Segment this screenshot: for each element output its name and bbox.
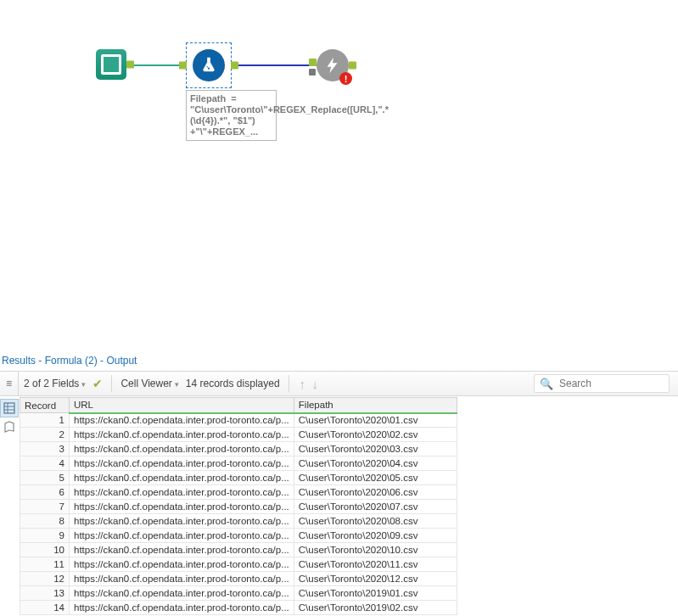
table-row[interactable]: 2https://ckan0.cf.opendata.inter.prod-to… [20, 428, 457, 442]
cell-filepath[interactable]: C\user\Toronto\2020\10.csv [294, 543, 457, 557]
error-badge-icon: ! [339, 72, 352, 85]
records-count: 14 records displayed [186, 378, 280, 389]
cell-url[interactable]: https://ckan0.cf.opendata.inter.prod-tor… [70, 601, 294, 615]
table-row[interactable]: 5https://ckan0.cf.opendata.inter.prod-to… [20, 471, 457, 485]
column-header-filepath[interactable]: Filepath [294, 398, 457, 413]
connector [233, 64, 317, 66]
column-header-url[interactable]: URL [70, 398, 294, 413]
shape-icon [3, 421, 15, 433]
cell-filepath[interactable]: C\user\Toronto\2020\05.csv [294, 471, 457, 485]
search-input[interactable]: 🔍 [534, 374, 670, 393]
output-anchor[interactable] [349, 62, 356, 70]
search-field[interactable] [558, 377, 659, 390]
cell-filepath[interactable]: C\user\Toronto\2020\06.csv [294, 485, 457, 500]
table-row[interactable]: 7https://ckan0.cf.opendata.inter.prod-to… [20, 500, 457, 514]
cell-url[interactable]: https://ckan0.cf.opendata.inter.prod-tor… [70, 586, 294, 601]
row-number: 5 [20, 471, 70, 485]
fields-dropdown[interactable]: 2 of 2 Fields▾ [24, 378, 86, 389]
cell-url[interactable]: https://ckan0.cf.opendata.inter.prod-tor… [70, 428, 294, 442]
arrow-up-icon[interactable]: ↑ [298, 377, 308, 391]
output-anchor[interactable] [231, 62, 238, 70]
row-number: 3 [20, 442, 70, 456]
cell-filepath[interactable]: C\user\Toronto\2020\12.csv [294, 572, 457, 586]
cell-url[interactable]: https://ckan0.cf.opendata.inter.prod-tor… [70, 572, 294, 586]
checkmark-icon[interactable]: ✔ [92, 377, 103, 390]
row-number: 7 [20, 500, 70, 514]
table-row[interactable]: 11https://ckan0.cf.opendata.inter.prod-t… [20, 557, 457, 572]
map-view-tab[interactable] [0, 417, 19, 436]
search-icon: 🔍 [540, 378, 553, 390]
formula-annotation: Filepath = "C\user\Toronto\"+REGEX_Repla… [186, 90, 277, 141]
table-row[interactable]: 4https://ckan0.cf.opendata.inter.prod-to… [20, 456, 457, 471]
row-number: 1 [20, 413, 70, 428]
table-row[interactable]: 14https://ckan0.cf.opendata.inter.prod-t… [20, 601, 457, 615]
svg-rect-2 [4, 403, 14, 413]
row-number: 8 [20, 514, 70, 529]
results-title: Results - Formula (2) - Output [0, 352, 678, 372]
svg-point-0 [208, 68, 210, 70]
row-number: 10 [20, 543, 70, 557]
flask-icon [199, 56, 218, 75]
table-row[interactable]: 6https://ckan0.cf.opendata.inter.prod-to… [20, 485, 457, 500]
svg-marker-6 [5, 422, 14, 432]
cell-filepath[interactable]: C\user\Toronto\2020\07.csv [294, 500, 457, 514]
row-number: 4 [20, 456, 70, 471]
table-row[interactable]: 12https://ckan0.cf.opendata.inter.prod-t… [20, 572, 457, 586]
input-anchor[interactable] [179, 62, 187, 70]
cell-viewer-dropdown[interactable]: Cell Viewer▾ [120, 378, 178, 389]
cell-filepath[interactable]: C\user\Toronto\2020\11.csv [294, 557, 457, 572]
table-icon [3, 402, 15, 414]
row-number: 12 [20, 572, 70, 586]
cell-url[interactable]: https://ckan0.cf.opendata.inter.prod-tor… [70, 442, 294, 456]
results-toolbar: 2 of 2 Fields▾ ✔ Cell Viewer▾ 14 records… [0, 371, 678, 396]
output-anchor[interactable] [126, 61, 134, 69]
cell-url[interactable]: https://ckan0.cf.opendata.inter.prod-tor… [70, 485, 294, 500]
cell-url[interactable]: https://ckan0.cf.opendata.inter.prod-tor… [70, 500, 294, 514]
cell-filepath[interactable]: C\user\Toronto\2019\01.csv [294, 586, 457, 601]
input-anchor-2[interactable] [309, 69, 316, 76]
row-number: 13 [20, 586, 70, 601]
cell-url[interactable]: https://ckan0.cf.opendata.inter.prod-tor… [70, 413, 294, 428]
arrow-down-icon[interactable]: ↓ [310, 377, 320, 391]
table-row[interactable]: 13https://ckan0.cf.opendata.inter.prod-t… [20, 586, 457, 601]
results-table[interactable]: Record URL Filepath 1https://ckan0.cf.op… [20, 397, 457, 615]
workflow-canvas[interactable]: Filepath = "C\user\Toronto\"+REGEX_Repla… [0, 0, 678, 339]
cell-url[interactable]: https://ckan0.cf.opendata.inter.prod-tor… [70, 456, 294, 471]
row-number: 11 [20, 557, 70, 572]
table-row[interactable]: 3https://ckan0.cf.opendata.inter.prod-to… [20, 442, 457, 456]
cell-filepath[interactable]: C\user\Toronto\2020\01.csv [294, 413, 457, 428]
cell-filepath[interactable]: C\user\Toronto\2019\02.csv [294, 601, 457, 615]
table-row[interactable]: 9https://ckan0.cf.opendata.inter.prod-to… [20, 529, 457, 543]
cell-url[interactable]: https://ckan0.cf.opendata.inter.prod-tor… [70, 529, 294, 543]
table-row[interactable]: 1https://ckan0.cf.opendata.inter.prod-to… [20, 413, 457, 428]
cell-filepath[interactable]: C\user\Toronto\2020\03.csv [294, 442, 457, 456]
cell-filepath[interactable]: C\user\Toronto\2020\08.csv [294, 514, 457, 529]
output-data-tool[interactable]: ! [317, 49, 349, 81]
input-anchor[interactable] [309, 59, 317, 66]
table-view-tab[interactable] [0, 399, 19, 417]
svg-point-1 [206, 66, 207, 67]
cell-filepath[interactable]: C\user\Toronto\2020\09.csv [294, 529, 457, 543]
cell-url[interactable]: https://ckan0.cf.opendata.inter.prod-tor… [70, 557, 294, 572]
row-number: 2 [20, 428, 70, 442]
cell-filepath[interactable]: C\user\Toronto\2020\04.csv [294, 456, 457, 471]
cell-filepath[interactable]: C\user\Toronto\2020\02.csv [294, 428, 457, 442]
connector [127, 64, 187, 66]
actions-menu-icon[interactable]: ≡ [0, 371, 19, 396]
input-data-tool[interactable] [96, 49, 126, 80]
cell-url[interactable]: https://ckan0.cf.opendata.inter.prod-tor… [70, 514, 294, 529]
cell-url[interactable]: https://ckan0.cf.opendata.inter.prod-tor… [70, 543, 294, 557]
row-number: 9 [20, 529, 70, 543]
cell-url[interactable]: https://ckan0.cf.opendata.inter.prod-tor… [70, 471, 294, 485]
column-header-record[interactable]: Record [20, 398, 70, 413]
table-row[interactable]: 8https://ckan0.cf.opendata.inter.prod-to… [20, 514, 457, 529]
formula-tool[interactable]: Filepath = "C\user\Toronto\"+REGEX_Repla… [186, 42, 235, 141]
table-row[interactable]: 10https://ckan0.cf.opendata.inter.prod-t… [20, 543, 457, 557]
row-number: 14 [20, 601, 70, 615]
lightning-icon [323, 56, 342, 75]
row-number: 6 [20, 485, 70, 500]
